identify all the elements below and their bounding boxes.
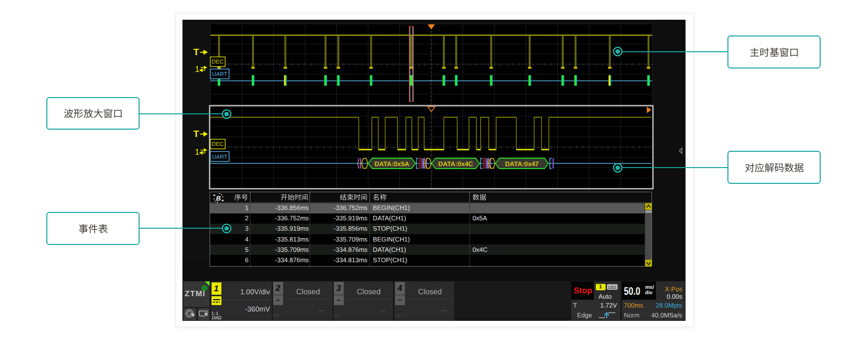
svg-text:UART: UART [212, 71, 227, 77]
svg-text:DATA:0x5A: DATA:0x5A [374, 160, 409, 168]
svg-text:R: R [203, 286, 206, 291]
svg-text:DATA:0x47: DATA:0x47 [505, 160, 539, 168]
svg-text:T: T [193, 47, 199, 58]
svg-text:1: 1 [195, 147, 199, 157]
svg-text:DEC: DEC [212, 59, 223, 65]
svg-text:T: T [193, 129, 199, 139]
svg-text:1: 1 [195, 65, 199, 74]
svg-text:DEC: DEC [212, 141, 223, 147]
svg-text:DATA:0x4C: DATA:0x4C [438, 160, 473, 168]
svg-text:UART: UART [212, 154, 227, 160]
